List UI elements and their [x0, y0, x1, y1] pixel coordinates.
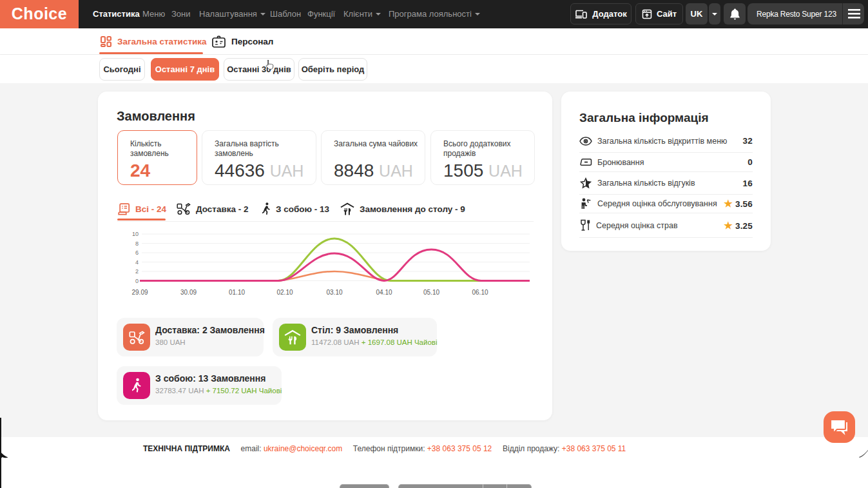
- svg-text:4: 4: [135, 259, 139, 266]
- svg-text:29.09: 29.09: [131, 289, 148, 296]
- svg-text:01.10: 01.10: [229, 289, 245, 296]
- svg-text:10: 10: [132, 231, 139, 237]
- svg-text:8: 8: [135, 240, 139, 247]
- svg-text:02.10: 02.10: [276, 289, 293, 296]
- svg-text:2: 2: [135, 268, 139, 275]
- svg-text:03.10: 03.10: [326, 289, 342, 296]
- svg-text:30.09: 30.09: [180, 289, 197, 296]
- svg-text:04.10: 04.10: [376, 289, 392, 296]
- svg-text:05.10: 05.10: [423, 289, 439, 296]
- svg-text:6: 6: [135, 249, 139, 256]
- svg-text:0: 0: [135, 278, 139, 284]
- svg-text:06.10: 06.10: [472, 289, 488, 296]
